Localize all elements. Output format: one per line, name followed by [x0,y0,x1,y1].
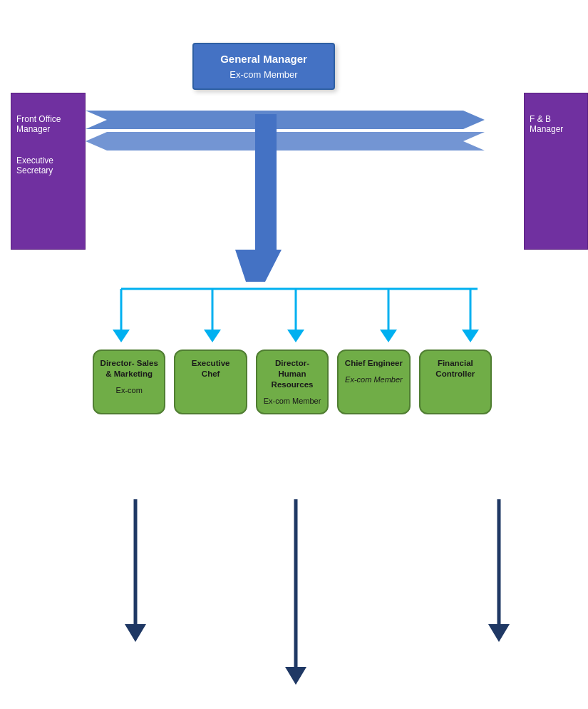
fb-manager-label: F & B Manager [530,114,582,134]
green-boxes-row: Director- Sales & Marketing Ex-com Execu… [93,350,492,414]
exec-secretary-label: Executive Secretary [16,155,80,175]
gm-subtitle: Ex-com Member [201,69,326,80]
general-manager-box: General Manager Ex-com Member [192,43,335,90]
gm-title: General Manager [201,53,326,65]
org-chart: Front Office Manager Executive Secretary… [0,0,588,709]
big-arrow-head [235,250,282,282]
teal-arrow-2-head [204,330,221,342]
teal-arrow-4-head [380,330,397,342]
teal-arrow-1-head [113,330,130,342]
sales-box-sub: Ex-com [100,385,158,395]
engineer-box-title: Chief Engineer [344,358,403,369]
green-box-chef: Executive Chef [174,350,247,414]
bottom-arrow-1-head [125,624,146,642]
sales-box-title: Director- Sales & Marketing [100,358,158,379]
hr-box-title: Director- Human Resources [263,358,321,390]
left-box-labels: Front Office Manager Executive Secretary [11,111,86,179]
teal-arrow-5-head [462,330,479,342]
green-box-engineer: Chief Engineer Ex-com Member [337,350,410,414]
green-box-sales: Director- Sales & Marketing Ex-com [93,350,165,414]
h-arrow-left [86,132,485,151]
chef-box-title: Executive Chef [181,358,239,379]
bottom-arrow-2-head [285,667,306,685]
bottom-arrow-3-head [488,624,510,642]
h-arrow-right [86,111,485,129]
engineer-box-sub: Ex-com Member [344,374,403,384]
hr-box-sub: Ex-com Member [263,396,321,406]
financial-box-title: Financial Controller [426,358,485,379]
teal-arrow-3-head [287,330,304,342]
big-arrow-shaft [255,114,277,257]
right-box-labels: F & B Manager [524,111,588,138]
green-box-hr: Director- Human Resources Ex-com Member [256,350,329,414]
front-office-label: Front Office Manager [16,114,80,134]
green-box-financial: Financial Controller [419,350,492,414]
